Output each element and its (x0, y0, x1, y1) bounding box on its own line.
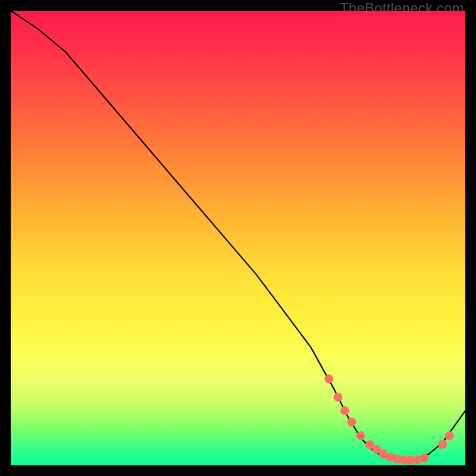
data-marker (420, 453, 429, 462)
data-marker (356, 431, 365, 440)
data-marker (347, 418, 356, 427)
data-marker (324, 374, 333, 383)
marker-group (324, 374, 454, 465)
data-marker (334, 393, 343, 402)
curve-svg (11, 11, 465, 465)
data-marker (340, 406, 349, 415)
data-marker (445, 431, 454, 440)
chart-stage: TheBottleneck.com (0, 0, 476, 476)
data-marker (438, 440, 447, 449)
bottleneck-curve (11, 11, 465, 461)
plot-area (11, 11, 465, 465)
